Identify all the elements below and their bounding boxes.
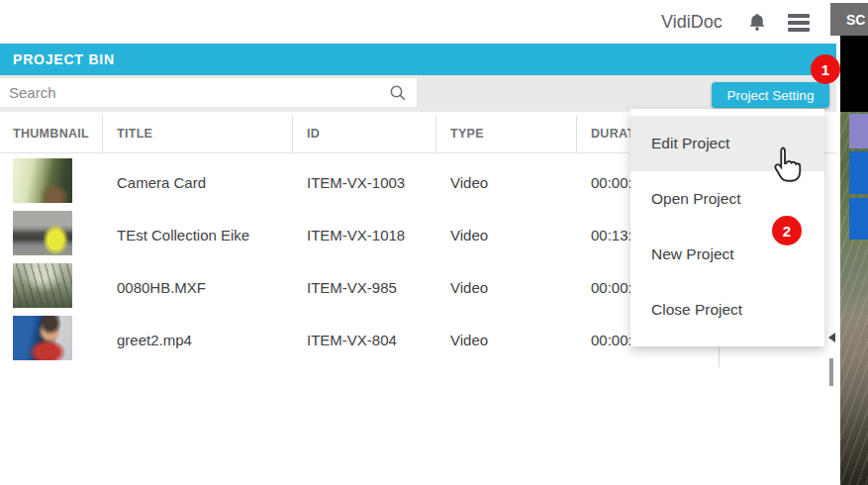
menu-item-close-project[interactable]: Close Project bbox=[630, 282, 824, 338]
right-panel-title: SC bbox=[846, 12, 865, 28]
video-thumbnail bbox=[13, 211, 72, 255]
right-panel-header[interactable]: SC bbox=[830, 3, 868, 36]
column-header-thumbnail[interactable]: THUMBNAIL bbox=[13, 127, 89, 141]
search-input[interactable] bbox=[0, 78, 417, 107]
top-bar bbox=[0, 0, 868, 44]
right-panel-video-preview bbox=[840, 112, 868, 485]
column-header-id[interactable]: ID bbox=[307, 127, 320, 141]
search-box bbox=[0, 78, 417, 107]
timeline-clip-blue bbox=[849, 151, 868, 194]
project-setting-button[interactable]: Project Setting bbox=[712, 82, 829, 108]
app-title: VidiDoc bbox=[661, 12, 723, 33]
cell-type: Video bbox=[450, 332, 488, 348]
collapse-panel-arrow-icon[interactable] bbox=[828, 333, 835, 342]
column-divider bbox=[576, 116, 577, 151]
scrollbar-thumb[interactable] bbox=[829, 358, 833, 386]
hamburger-menu-icon[interactable] bbox=[788, 14, 810, 35]
column-divider bbox=[435, 116, 436, 151]
hand-cursor-icon bbox=[766, 145, 804, 190]
video-thumbnail bbox=[13, 263, 72, 308]
cell-id: ITEM-VX-985 bbox=[307, 279, 397, 296]
column-divider bbox=[292, 116, 293, 151]
annotation-step-1-badge: 1 bbox=[811, 54, 840, 84]
cell-title: greet2.mp4 bbox=[117, 332, 192, 348]
notifications-bell-icon[interactable] bbox=[744, 10, 770, 40]
cell-duration: 00:00: bbox=[591, 332, 632, 348]
column-header-title[interactable]: TITLE bbox=[117, 127, 152, 141]
cell-type: Video bbox=[450, 174, 488, 191]
cell-type: Video bbox=[450, 279, 488, 296]
timeline-clip-blue bbox=[849, 198, 868, 240]
cell-title: TEst Collection Eike bbox=[117, 227, 249, 243]
cell-id: ITEM-VX-1003 bbox=[307, 174, 405, 191]
search-magnifier-icon[interactable] bbox=[388, 83, 410, 109]
column-header-type[interactable]: TYPE bbox=[450, 127, 484, 141]
cell-duration: 00:00: bbox=[591, 279, 632, 296]
cell-title: Camera Card bbox=[117, 174, 206, 191]
timeline-clip-purple bbox=[849, 114, 868, 148]
cell-id: ITEM-VX-804 bbox=[307, 332, 397, 348]
cell-type: Video bbox=[450, 227, 488, 243]
video-thumbnail bbox=[13, 158, 72, 203]
cell-duration: 00:13: bbox=[591, 227, 632, 243]
table-column-divider bbox=[719, 345, 720, 367]
project-bin-header-bar bbox=[0, 44, 836, 75]
video-thumbnail bbox=[13, 316, 72, 360]
cell-title: 0080HB.MXF bbox=[117, 279, 206, 296]
cell-duration: 00:00: bbox=[591, 174, 632, 191]
project-bin-title: PROJECT BIN bbox=[13, 51, 115, 67]
right-panel-black-area bbox=[840, 36, 868, 112]
cell-id: ITEM-VX-1018 bbox=[307, 227, 405, 243]
annotation-step-2-badge: 2 bbox=[772, 216, 802, 245]
column-divider bbox=[102, 116, 103, 151]
